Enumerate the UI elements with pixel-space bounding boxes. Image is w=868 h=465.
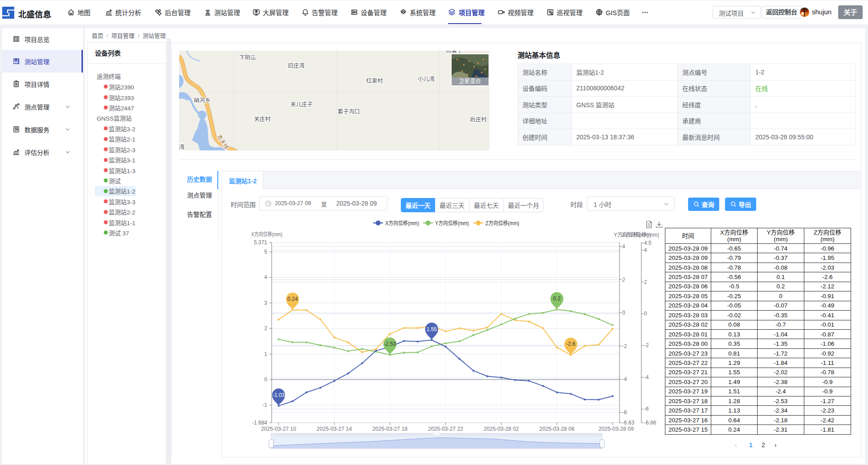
svg-text:-6.63: -6.63: [622, 420, 635, 426]
svg-text:2025-03-28 02: 2025-03-28 02: [484, 426, 519, 432]
svg-text:X方向位移(mm): X方向位移(mm): [251, 231, 282, 238]
svg-text:旧庄湾: 旧庄湾: [288, 62, 305, 69]
svg-text:尚套子: 尚套子: [446, 51, 463, 54]
svg-text:-1.684: -1.684: [252, 420, 267, 426]
svg-text:2025-03-27 22: 2025-03-27 22: [428, 426, 463, 432]
svg-text:0: 0: [264, 376, 267, 383]
svg-text:Z方向位移(mm): Z方向位移(mm): [485, 220, 519, 226]
svg-text:1.55: 1.55: [427, 326, 437, 332]
svg-text:套子沟口: 套子沟口: [338, 108, 360, 115]
svg-text:2: 2: [622, 277, 625, 283]
svg-text:5: 5: [264, 249, 267, 255]
svg-text:4: 4: [622, 243, 625, 250]
svg-text:-4: -4: [622, 376, 627, 382]
svg-text:关庄村: 关庄村: [254, 116, 271, 122]
svg-text:2025-03-27 14: 2025-03-27 14: [317, 426, 352, 432]
svg-text:-2.53: -2.53: [384, 341, 396, 347]
svg-text:2025-03-27 18: 2025-03-27 18: [372, 426, 408, 432]
svg-text:4: 4: [644, 247, 647, 253]
svg-text:红泉村: 红泉村: [366, 77, 383, 84]
svg-text:-2: -2: [644, 342, 649, 348]
svg-text:2: 2: [644, 279, 647, 285]
svg-text:硝河乡: 硝河乡: [194, 97, 211, 104]
svg-text:0: 0: [644, 311, 647, 317]
svg-text:湾: 湾: [179, 144, 184, 150]
svg-text:Z方向位移(mm): Z方向位移(mm): [622, 231, 659, 238]
svg-text:后庄村: 后庄村: [470, 116, 487, 123]
svg-text:-6: -6: [644, 406, 649, 412]
svg-text:2025-03-27 10: 2025-03-27 10: [261, 426, 296, 432]
svg-text:-2: -2: [622, 343, 627, 349]
svg-text:0.2: 0.2: [553, 295, 561, 302]
svg-text:X方向位移(mm): X方向位移(mm): [385, 220, 419, 226]
svg-text:4: 4: [264, 274, 267, 280]
svg-text:-4: -4: [644, 374, 649, 380]
svg-text:0.24: 0.24: [287, 296, 298, 302]
svg-text:Y方向位移(mm): Y方向位移(mm): [435, 220, 469, 226]
svg-text:-1: -1: [262, 402, 267, 408]
svg-text:-6: -6: [622, 409, 627, 416]
svg-text:2025-03-28 09: 2025-03-28 09: [599, 426, 634, 432]
svg-text:1: 1: [264, 351, 267, 357]
svg-text:4.5: 4.5: [644, 240, 652, 246]
svg-text:关儿庄子: 关儿庄子: [290, 101, 313, 108]
svg-text:卫星混合: 卫星混合: [459, 78, 481, 85]
svg-text:2: 2: [264, 325, 267, 332]
svg-text:-6.86: -6.86: [644, 420, 656, 426]
svg-text:5.371: 5.371: [254, 239, 267, 246]
svg-text:-2.6: -2.6: [566, 341, 575, 347]
svg-text:2025-03-28 06: 2025-03-28 06: [539, 426, 575, 432]
svg-text:-1.03: -1.03: [273, 392, 285, 398]
svg-text:下阴屲: 下阴屲: [239, 55, 256, 61]
svg-text:小儿湾: 小儿湾: [418, 76, 435, 82]
svg-text:3: 3: [264, 300, 267, 306]
svg-text:0: 0: [622, 310, 625, 316]
